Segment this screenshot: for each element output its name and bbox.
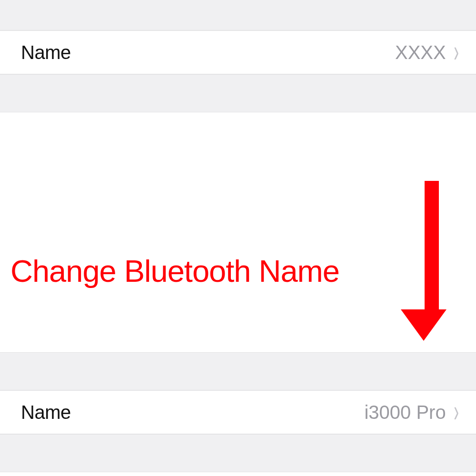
- row-right: XXXX ›: [395, 42, 460, 63]
- row-label: Name: [21, 402, 71, 423]
- section-gap: [0, 352, 476, 390]
- arrow-down-icon: [416, 181, 446, 341]
- annotation-text: Change Bluetooth Name: [10, 253, 339, 289]
- chevron-right-icon: ›: [454, 42, 459, 61]
- section-gap: [0, 0, 476, 30]
- section-gap: [0, 434, 476, 472]
- row-right: i3000 Pro ›: [364, 402, 460, 423]
- row-value: i3000 Pro: [364, 402, 446, 423]
- row-value: XXXX: [395, 42, 446, 63]
- after-snippet: Name i3000 Pro ›: [0, 352, 476, 472]
- row-label: Name: [21, 42, 71, 63]
- chevron-right-icon: ›: [454, 402, 459, 421]
- name-row-after[interactable]: Name i3000 Pro ›: [0, 390, 476, 434]
- annotation-overlay: Change Bluetooth Name: [0, 167, 476, 347]
- before-snippet: Name XXXX ›: [0, 0, 476, 112]
- section-gap: [0, 74, 476, 112]
- name-row-before[interactable]: Name XXXX ›: [0, 30, 476, 74]
